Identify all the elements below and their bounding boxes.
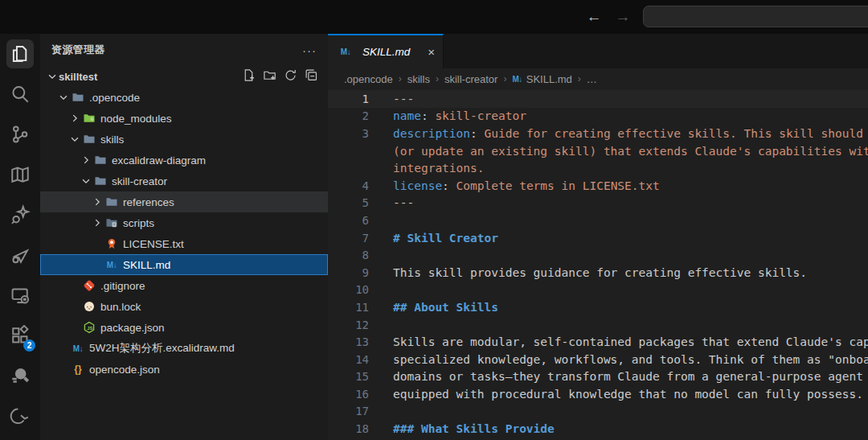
forward-icon[interactable]: → bbox=[614, 8, 632, 26]
title-bar: ← → bbox=[0, 0, 868, 34]
tree-item-label: LICENSE.txt bbox=[123, 238, 184, 250]
code-text: integrations. bbox=[393, 162, 868, 175]
license-icon bbox=[104, 237, 120, 250]
editor-line[interactable]: 11## About Skills bbox=[328, 298, 868, 316]
tree-item-references[interactable]: references bbox=[40, 191, 328, 212]
tree-item-SKILL.md[interactable]: M↓SKILL.md bbox=[40, 254, 328, 275]
line-number: 13 bbox=[328, 335, 393, 348]
breadcrumb-item[interactable]: skills bbox=[407, 73, 430, 85]
tree-item-.gitignore[interactable]: .gitignore bbox=[40, 275, 328, 296]
tree-item-label: skilltest bbox=[59, 71, 97, 83]
folder-icon bbox=[70, 91, 86, 104]
new-folder-icon[interactable] bbox=[263, 68, 276, 84]
line-number: 16 bbox=[328, 388, 393, 401]
code-text: --- bbox=[393, 196, 868, 209]
explorer-sidebar: 资源管理器 ··· skilltest.opencodenode_modules… bbox=[40, 34, 328, 440]
editor-line[interactable]: 2name: skill-creator bbox=[328, 108, 868, 125]
editor-line[interactable]: 12 bbox=[328, 316, 868, 334]
tree-item-label: SKILL.md bbox=[123, 259, 170, 271]
nodejs-icon: JS bbox=[81, 321, 97, 334]
tree-item-skills[interactable]: skills bbox=[40, 129, 328, 150]
activity-bar: 2 bbox=[0, 34, 40, 440]
activitybar-extensions-icon[interactable]: 2 bbox=[0, 315, 40, 356]
activitybar-explorer-icon[interactable] bbox=[0, 34, 40, 74]
tree-item-.opencode[interactable]: .opencode bbox=[40, 87, 328, 108]
tree-item-opencode.json[interactable]: {}opencode.json bbox=[40, 359, 328, 380]
tree-item-label: excalidraw-diagram bbox=[112, 154, 206, 167]
activitybar-map-icon[interactable] bbox=[0, 154, 40, 195]
chevron-right-icon bbox=[79, 154, 92, 167]
editor-line[interactable]: 14specialized knowledge, workflows, and … bbox=[328, 351, 868, 368]
markdown-icon: M↓ bbox=[338, 46, 354, 59]
editor-line[interactable]: 18### What Skills Provide bbox=[328, 420, 868, 438]
refresh-icon[interactable] bbox=[284, 68, 297, 84]
code-text: license: Complete terms in LICENSE.txt bbox=[393, 179, 868, 192]
code-text: description: Guide for creating effectiv… bbox=[393, 127, 868, 140]
editor-line[interactable]: 8 bbox=[328, 246, 868, 264]
tree-item-skill-creator[interactable]: skill-creator bbox=[40, 171, 328, 191]
chevron-spacer bbox=[68, 321, 81, 334]
breadcrumb-separator: › bbox=[399, 73, 402, 84]
breadcrumb-item[interactable]: .opencode bbox=[344, 73, 393, 85]
activitybar-search-icon[interactable] bbox=[0, 74, 40, 114]
editor-line[interactable]: 10 bbox=[328, 282, 868, 299]
activitybar-ai-sparkle-search-icon[interactable] bbox=[0, 195, 40, 235]
editor-line[interactable]: (or update an existing skill) that exten… bbox=[328, 142, 868, 160]
breadcrumb-separator: › bbox=[503, 73, 506, 84]
editor-line[interactable]: 9This skill provides guidance for creati… bbox=[328, 264, 868, 282]
chevron-right-icon bbox=[90, 195, 104, 208]
editor-line[interactable]: 16equipped with procedural knowledge tha… bbox=[328, 385, 868, 403]
editor-line[interactable]: 5--- bbox=[328, 195, 868, 212]
close-icon[interactable]: × bbox=[428, 45, 435, 59]
editor-group: M↓ SKILL.md × .opencode›skills›skill-cre… bbox=[328, 34, 868, 440]
chevron-spacer bbox=[90, 237, 104, 250]
collapse-all-icon[interactable] bbox=[305, 68, 318, 84]
editor-line[interactable]: 15domains or tasks—they transform Claude… bbox=[328, 368, 868, 386]
editor-line[interactable]: 13Skills are modular, self-contained pac… bbox=[328, 333, 868, 351]
folder-scripts-icon bbox=[104, 216, 120, 229]
tree-root-skilltest[interactable]: skilltest bbox=[40, 66, 328, 87]
tree-item-scripts[interactable]: scripts bbox=[40, 212, 328, 233]
chevron-down-icon bbox=[68, 133, 81, 146]
breadcrumb-separator: › bbox=[436, 73, 439, 84]
explorer-header: 资源管理器 ··· bbox=[40, 34, 328, 66]
activitybar-run-flag-gear-icon[interactable] bbox=[0, 235, 40, 275]
markdown-icon: M↓ bbox=[104, 258, 120, 271]
line-number: 12 bbox=[328, 319, 393, 331]
back-icon[interactable]: ← bbox=[585, 8, 603, 26]
breadcrumb-item[interactable]: … bbox=[587, 73, 597, 85]
line-number: 4 bbox=[328, 179, 393, 192]
breadcrumb: .opencode›skills›skill-creator›M↓SKILL.m… bbox=[328, 68, 868, 89]
breadcrumb-item[interactable]: M↓SKILL.md bbox=[512, 73, 571, 85]
tree-item-LICENSE.txt[interactable]: LICENSE.txt bbox=[40, 233, 328, 254]
activitybar-marketplace-search-icon[interactable] bbox=[0, 356, 40, 396]
line-number: 17 bbox=[328, 405, 393, 417]
tree-item-label: 5W2H架构分析.excalidraw.md bbox=[89, 341, 235, 356]
tree-item-package.json[interactable]: JSpackage.json bbox=[40, 317, 328, 338]
editor-line[interactable]: 4license: Complete terms in LICENSE.txt bbox=[328, 177, 868, 195]
editor-line[interactable]: 3description: Guide for creating effecti… bbox=[328, 125, 868, 142]
breadcrumb-item[interactable]: skill-creator bbox=[444, 73, 497, 85]
tree-item-label: references bbox=[123, 196, 174, 208]
more-actions-icon[interactable]: ··· bbox=[302, 43, 317, 57]
code-text: (or update an existing skill) that exten… bbox=[393, 145, 868, 158]
editor-line[interactable]: 1--- bbox=[328, 90, 868, 108]
chevron-down-icon bbox=[79, 175, 92, 187]
tree-item-node_modules[interactable]: node_modules bbox=[40, 108, 328, 129]
activitybar-profile-tools-icon[interactable] bbox=[0, 396, 40, 436]
tree-item-excalidraw-diagram[interactable]: excalidraw-diagram bbox=[40, 150, 328, 171]
file-tree: skilltest.opencodenode_modulesskillsexca… bbox=[40, 66, 328, 380]
editor-line[interactable]: 6 bbox=[328, 212, 868, 229]
editor-line[interactable]: 17 bbox=[328, 403, 868, 421]
new-file-icon[interactable] bbox=[242, 68, 256, 84]
chevron-spacer bbox=[68, 300, 81, 313]
tree-item-label: scripts bbox=[123, 217, 154, 229]
activitybar-remote-monitor-icon[interactable] bbox=[0, 275, 40, 315]
activitybar-source-control-icon[interactable] bbox=[0, 114, 40, 154]
tree-item-5W2H-.excalidraw.md[interactable]: M↓5W2H架构分析.excalidraw.md bbox=[40, 338, 328, 359]
editor-line[interactable]: integrations. bbox=[328, 159, 868, 177]
tree-item-bun.lock[interactable]: bun.lock bbox=[40, 296, 328, 317]
command-center-search-box[interactable] bbox=[643, 6, 868, 27]
tab-skill-md[interactable]: M↓ SKILL.md × bbox=[328, 34, 444, 68]
editor-line[interactable]: 7# Skill Creator bbox=[328, 229, 868, 247]
